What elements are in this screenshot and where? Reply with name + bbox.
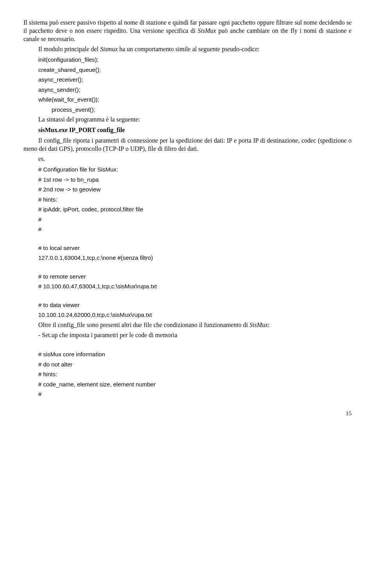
code-line: while(wait_for_event());: [38, 96, 352, 104]
config-line: # 1st row -> to bn_rupa: [38, 176, 352, 184]
text: ha un comportamento simile al seguente p…: [118, 46, 260, 52]
config-line: # to remote server: [38, 273, 352, 281]
config-line: 127.0.0.1,63004,1,tcp,c:\none #(senza fi…: [38, 254, 352, 262]
command-line: sisMux.exe IP_PORT config_file: [38, 126, 352, 134]
config-line: # Configuration file for SisMux:: [38, 166, 352, 173]
text: :: [268, 322, 270, 328]
text: Oltre il config_file sono presenti altri…: [38, 322, 250, 328]
config-line: # ipAddr, ipPort, codec, protocol,filter…: [38, 206, 352, 213]
italic-text: SisMux: [198, 27, 216, 34]
code-line: async_receiver();: [38, 76, 352, 84]
config-line: # 2nd row -> to geoview: [38, 186, 352, 193]
config-line: # to data viewer: [38, 301, 352, 309]
paragraph-intro: Il sistema può essere passivo rispetto a…: [23, 19, 352, 43]
config-line: # 10.100.60.47,63004,1,tcp,c:\sisMux\rup…: [38, 282, 352, 290]
italic-text: SisMux: [250, 322, 268, 328]
code-line: async_sender();: [38, 86, 352, 94]
core-line: #: [38, 390, 352, 398]
config-line: #: [38, 225, 352, 233]
paragraph-pseudo-intro: Il modulo principale del Sismux ha un co…: [38, 45, 352, 54]
config-line: # hints:: [38, 196, 352, 204]
config-line: #: [38, 216, 352, 223]
core-line: # sisMux core information: [38, 350, 352, 358]
core-line: # code_name, element size, element numbe…: [38, 381, 352, 388]
code-line: create_shared_queue();: [38, 66, 352, 74]
es-label: es.: [38, 155, 352, 163]
config-line: 10.100.10.24,62000,0,tcp,c:\sisMux\rupa.…: [38, 311, 352, 319]
italic-text: Sismux: [100, 46, 118, 52]
text: Il modulo principale del: [38, 46, 100, 52]
code-line: process_event();: [52, 106, 352, 114]
paragraph-config-desc: Il config_file riporta i parametri di co…: [23, 137, 352, 153]
core-line: # hints:: [38, 370, 352, 378]
text: Il config_file riporta i parametri di co…: [23, 137, 352, 152]
code-line: init(configuration_files);: [38, 56, 352, 64]
core-line: # do not alter: [38, 361, 352, 368]
page-number: 15: [23, 410, 352, 418]
config-line: # to local server: [38, 244, 352, 252]
paragraph-syntax: La sintassi del programma è la seguente:: [38, 116, 352, 124]
paragraph-setup: - Set.up che imposta i parametri per le …: [38, 331, 352, 340]
paragraph-files: Oltre il config_file sono presenti altri…: [38, 321, 352, 329]
